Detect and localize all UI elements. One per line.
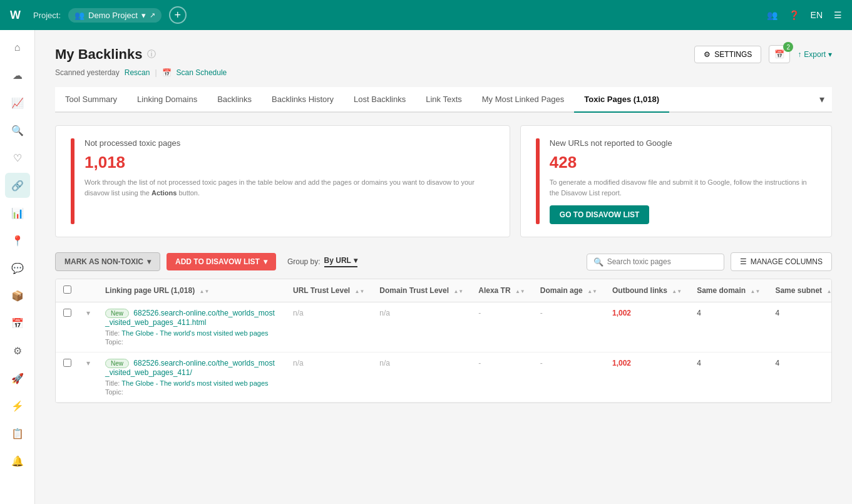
sort-url-icon: ▲▼ xyxy=(199,289,209,294)
header-domain-trust[interactable]: Domain Trust Level ▲▼ xyxy=(372,279,471,302)
row2-expand-icon[interactable]: ▾ xyxy=(86,359,90,368)
sidebar-item-home[interactable]: ⌂ xyxy=(5,35,30,60)
table-row: ▾ New 682526.search-online.co/the_worlds… xyxy=(56,302,832,352)
group-by-select[interactable]: By URL ▾ xyxy=(324,256,357,267)
header-same-domain[interactable]: Same domain ▲▼ xyxy=(689,279,767,302)
sidebar-item-notifications[interactable]: 🔔 xyxy=(5,448,30,473)
tab-link-texts[interactable]: Link Texts xyxy=(416,87,472,113)
sidebar-item-backlinks[interactable]: 🔗 xyxy=(5,173,30,198)
row2-checkbox[interactable] xyxy=(63,359,71,367)
sidebar-item-settings[interactable]: ⚙ xyxy=(5,338,30,363)
card-title-2: New URLs not reported to Google xyxy=(550,138,816,148)
tab-backlinks-history[interactable]: Backlinks History xyxy=(262,87,344,113)
sidebar-item-comments[interactable]: 💬 xyxy=(5,255,30,280)
add-to-disavow-button[interactable]: ADD TO DISAVOW LIST ▾ xyxy=(167,253,276,270)
card-accent-2 xyxy=(536,138,540,224)
row2-url-text[interactable]: 682526.search-online.co/the_worlds_most_… xyxy=(105,359,275,377)
row2-title-link[interactable]: The Globe - The world's most visited web… xyxy=(121,379,268,387)
export-button[interactable]: ↑ Export ▾ xyxy=(798,50,832,59)
sidebar-item-search[interactable]: 🔍 xyxy=(5,118,30,143)
sidebar-item-analytics[interactable]: 📊 xyxy=(5,200,30,225)
sidebar-item-calendar[interactable]: 📅 xyxy=(5,311,30,336)
row2-same-domain: 4 xyxy=(689,352,767,403)
separator: | xyxy=(155,68,157,77)
project-selector[interactable]: 👥 Demo Project ▾ ↗ xyxy=(68,8,162,23)
row2-expand[interactable]: ▾ xyxy=(79,352,98,403)
header-actions: ⚙ SETTINGS 📅 2 ↑ Export ▾ xyxy=(694,45,832,63)
scan-schedule-link[interactable]: Scan Schedule xyxy=(177,68,227,77)
sidebar-item-chart[interactable]: 📈 xyxy=(5,90,30,115)
page-header: My Backlinks ⓘ ⚙ SETTINGS 📅 2 ↑ Export ▾ xyxy=(55,45,832,63)
row2-domain-trust-val: n/a xyxy=(379,359,390,368)
card-body-1: Not processed toxic pages 1,018 Work thr… xyxy=(85,138,495,224)
sidebar-item-packages[interactable]: 📦 xyxy=(5,283,30,308)
header-domain-age[interactable]: Domain age ▲▼ xyxy=(533,279,605,302)
sort-url-trust-icon: ▲▼ xyxy=(354,289,364,294)
rescan-link[interactable]: Rescan xyxy=(125,68,150,77)
users-icon[interactable]: 👥 xyxy=(767,10,778,20)
sidebar-item-lightning[interactable]: ⚡ xyxy=(5,393,30,418)
help-circle-icon[interactable]: ⓘ xyxy=(147,49,156,60)
page-title-row: My Backlinks ⓘ xyxy=(55,46,156,63)
row1-expand[interactable]: ▾ xyxy=(79,302,98,352)
header-outbound-label: Outbound links xyxy=(612,286,667,295)
group-by: Group by: By URL ▾ xyxy=(287,256,357,267)
mark-non-toxic-button[interactable]: MARK AS NON-TOXIC ▾ xyxy=(55,252,160,271)
sidebar-item-list[interactable]: 📋 xyxy=(5,421,30,446)
page-title: My Backlinks xyxy=(55,46,142,63)
sidebar-item-favorites[interactable]: ♡ xyxy=(5,145,30,170)
row1-domain-age: - xyxy=(533,302,605,352)
help-icon[interactable]: ❓ xyxy=(789,10,799,20)
top-nav: W Project: 👥 Demo Project ▾ ↗ + 👥 ❓ EN ☰ xyxy=(0,0,852,30)
sidebar-item-cloud[interactable]: ☁ xyxy=(5,63,30,88)
row1-outbound-val: 1,002 xyxy=(612,309,631,317)
header-url[interactable]: Linking page URL (1,018) ▲▼ xyxy=(98,279,285,302)
add-to-disavow-label: ADD TO DISAVOW LIST xyxy=(175,257,260,266)
row1-alexa: - xyxy=(471,302,533,352)
tab-linking-domains[interactable]: Linking Domains xyxy=(127,87,207,113)
tab-lost-backlinks[interactable]: Lost Backlinks xyxy=(344,87,416,113)
row1-checkbox[interactable] xyxy=(63,309,71,317)
header-select-all[interactable] xyxy=(56,279,79,302)
row1-same-domain-val: 4 xyxy=(697,309,701,317)
row1-url-text[interactable]: 682526.search-online.co/the_worlds_most_… xyxy=(105,309,275,327)
go-to-disavow-button[interactable]: GO TO DISAVOW LIST xyxy=(550,205,650,224)
row1-new-tag: New xyxy=(105,309,129,318)
row1-expand-icon[interactable]: ▾ xyxy=(86,309,90,317)
settings-label: SETTINGS xyxy=(714,50,752,59)
search-toxic-input[interactable] xyxy=(607,257,717,266)
card-number-2: 428 xyxy=(550,153,816,172)
row2-url-trust: n/a xyxy=(285,352,372,403)
header-domain-age-label: Domain age xyxy=(540,286,583,295)
sidebar-item-location[interactable]: 📍 xyxy=(5,228,30,253)
settings-button[interactable]: ⚙ SETTINGS xyxy=(694,46,761,63)
row1-checkbox-cell[interactable] xyxy=(56,302,79,352)
row1-same-subnet: 4 xyxy=(767,302,832,352)
row2-checkbox-cell[interactable] xyxy=(56,352,79,403)
add-project-button[interactable]: + xyxy=(169,6,187,24)
tab-most-linked-pages[interactable]: My Most Linked Pages xyxy=(472,87,575,113)
toxic-pages-table: Linking page URL (1,018) ▲▼ URL Trust Le… xyxy=(56,279,832,403)
sort-domain-trust-icon: ▲▼ xyxy=(453,289,463,294)
tabs-more-button[interactable]: ▾ xyxy=(812,88,832,110)
card-number-1: 1,018 xyxy=(85,153,495,172)
tab-toxic-pages[interactable]: Toxic Pages (1,018) xyxy=(574,87,669,113)
sidebar-item-boost[interactable]: 🚀 xyxy=(5,366,30,391)
header-alexa[interactable]: Alexa TR ▲▼ xyxy=(471,279,533,302)
menu-icon[interactable]: ☰ xyxy=(834,10,842,20)
manage-columns-button[interactable]: ☰ MANAGE COLUMNS xyxy=(731,252,832,271)
sort-alexa-icon: ▲▼ xyxy=(515,289,525,294)
project-name: Demo Project xyxy=(88,11,138,20)
language-selector[interactable]: EN xyxy=(811,10,823,20)
export-icon: ↑ xyxy=(798,50,801,59)
header-outbound[interactable]: Outbound links ▲▼ xyxy=(605,279,689,302)
select-all-checkbox[interactable] xyxy=(63,285,71,294)
row1-title-link[interactable]: The Globe - The world's most visited web… xyxy=(121,329,268,337)
header-same-subnet[interactable]: Same subnet ▲▼ xyxy=(767,279,832,302)
row1-topic: Topic: xyxy=(105,338,278,346)
header-url-trust[interactable]: URL Trust Level ▲▼ xyxy=(285,279,372,302)
tab-backlinks[interactable]: Backlinks xyxy=(207,87,262,113)
tab-tool-summary[interactable]: Tool Summary xyxy=(55,87,127,113)
calendar-button[interactable]: 📅 2 xyxy=(769,45,790,63)
row2-same-domain-val: 4 xyxy=(697,359,701,368)
